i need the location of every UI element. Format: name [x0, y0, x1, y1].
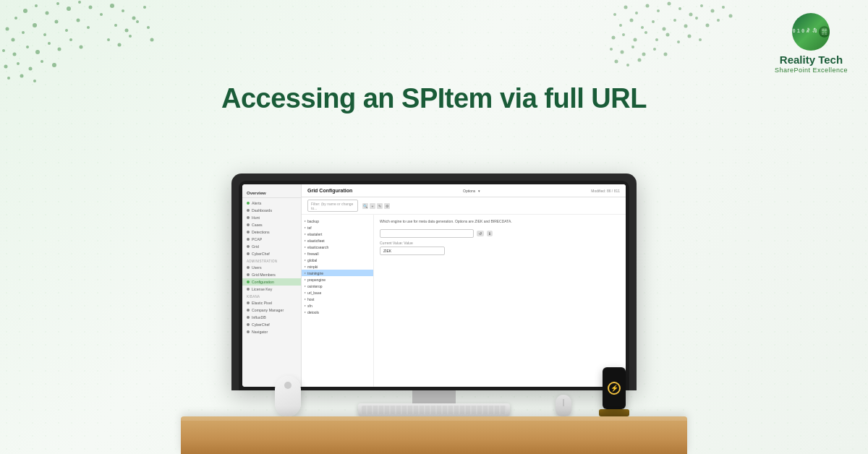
- keyboard: [358, 403, 510, 416]
- sidebar-dot: [247, 309, 250, 312]
- sidebar-dot: [247, 288, 250, 291]
- sidebar-dot: [247, 202, 250, 205]
- tree-item-host[interactable]: ▸ host: [302, 296, 373, 302]
- arrow-icon: ▸: [305, 219, 306, 223]
- mouse: [556, 395, 571, 416]
- monitor-bezel: Overview Alerts Dashboards Hunt: [239, 181, 629, 390]
- toolbar-search[interactable]: Filter: (by name or change to...: [307, 200, 358, 212]
- sidebar-dot: [247, 216, 250, 219]
- sidebar-item-configuration[interactable]: Configuration: [242, 278, 301, 286]
- settings-icon[interactable]: ⚙: [384, 203, 390, 209]
- sidebar-section-kibana: Kibana: [242, 293, 301, 299]
- tree-item-backup[interactable]: ▸ backup: [302, 218, 373, 224]
- tree-item-sfn[interactable]: ▸ sfn: [302, 302, 373, 309]
- arrow-icon: ▸: [305, 271, 306, 275]
- edit-icon[interactable]: ✎: [377, 203, 383, 209]
- sidebar-dot: [247, 238, 250, 241]
- monitor-screen: Overview Alerts Dashboards Hunt: [242, 184, 626, 387]
- sidebar-dot: [247, 266, 250, 269]
- phone-stand: [599, 367, 629, 416]
- detail-reset-button[interactable]: ↺: [477, 231, 484, 236]
- app-header: Grid Configuration Options ▾ Modified: 8…: [302, 184, 626, 197]
- sidebar-item-gridmembers[interactable]: Grid Members: [242, 271, 301, 278]
- tree-item-detools[interactable]: ▸ detools: [302, 309, 373, 315]
- sidebar-dot: [247, 301, 250, 304]
- detail-info-button[interactable]: ℹ: [487, 231, 493, 236]
- tree-item-elasticsearch[interactable]: ▸ elasticsearch: [302, 244, 373, 250]
- add-icon[interactable]: +: [370, 203, 375, 209]
- sidebar-item-elastic[interactable]: Elastic Pixel: [242, 299, 301, 307]
- page-title: Accessing an SPItem via full URL: [0, 83, 868, 114]
- detail-value-input[interactable]: [380, 229, 474, 238]
- detail-description: Which engine to use for meta data genera…: [380, 219, 620, 225]
- app-main: Grid Configuration Options ▾ Modified: 8…: [302, 184, 626, 387]
- app-header-meta: Modified: 86 / 811: [591, 189, 620, 193]
- sidebar-item-alerts[interactable]: Alerts: [242, 200, 301, 207]
- sidebar-item-users[interactable]: Users: [242, 264, 301, 271]
- sidebar-item-navigator[interactable]: Navigator: [242, 328, 301, 335]
- arrow-icon: ▸: [305, 304, 306, 307]
- sidebar-item-cyberchef2[interactable]: CyberChef: [242, 321, 301, 328]
- sidebar-item-cases[interactable]: Cases: [242, 221, 301, 228]
- tree-item-urlbase[interactable]: ▸ url_base: [302, 289, 373, 296]
- sidebar-item-licensekey[interactable]: License Key: [242, 286, 301, 293]
- phone: [603, 367, 626, 409]
- logo-icon: 010 101 101 010 010 101 101 010: [792, 13, 830, 51]
- sidebar-item-dashboards[interactable]: Dashboards: [242, 207, 301, 214]
- sidebar-item-hunt[interactable]: Hunt: [242, 214, 301, 221]
- sidebar-logo: Overview: [242, 189, 301, 198]
- sidebar-item-cyberchef[interactable]: CyberChef: [242, 250, 301, 257]
- sidebar-item-grid[interactable]: Grid: [242, 243, 301, 250]
- sidebar-dot: [247, 280, 250, 283]
- smart-speaker: [275, 376, 301, 416]
- arrow-icon: ▸: [305, 239, 306, 242]
- arrow-icon: ▸: [305, 245, 306, 249]
- arrow-icon: ▸: [305, 226, 306, 229]
- current-value-label: Current Value: Value: [380, 241, 620, 245]
- sidebar-dot: [247, 273, 250, 276]
- app-header-title: Grid Configuration: [307, 188, 352, 193]
- tree-item-elastalert[interactable]: ▸ elastalert: [302, 231, 373, 237]
- search-icon[interactable]: 🔍: [362, 203, 368, 209]
- logo-text: Reality Tech SharePoint Excellence: [775, 53, 848, 74]
- tree-item-minpki[interactable]: ▸ minpki: [302, 263, 373, 270]
- options-label: Options: [463, 189, 475, 193]
- sidebar-item-pcap[interactable]: PCAP: [242, 236, 301, 243]
- tree-item-prepengine[interactable]: ▸ prepengine: [302, 276, 373, 283]
- chevron-down-icon: ▾: [478, 189, 480, 193]
- arrow-icon: ▸: [305, 252, 306, 255]
- arrow-icon: ▸: [305, 232, 306, 236]
- tree-item-global[interactable]: ▸ global: [302, 257, 373, 263]
- sidebar-dot: [247, 223, 250, 226]
- charger-base: [599, 409, 629, 416]
- arrow-icon: ▸: [305, 310, 306, 314]
- tree-item-elasticfleet[interactable]: ▸ elasticfieet: [302, 237, 373, 244]
- desk-surface: [181, 416, 687, 454]
- current-value-input[interactable]: [380, 247, 445, 255]
- arrow-icon: ▸: [305, 291, 306, 294]
- monitor: Overview Alerts Dashboards Hunt: [231, 174, 637, 390]
- sidebar-item-influxdb[interactable]: InfluxDB: [242, 314, 301, 321]
- tree-item-firewall[interactable]: ▸ firewall: [302, 250, 373, 257]
- tree-item-osinterop[interactable]: ▸ osinterop: [302, 283, 373, 289]
- logo-container: 010 101 101 010 010 101 101 010 Reality …: [775, 13, 848, 74]
- app-tree: ▸ backup ▸ tef ▸ elastalert: [302, 215, 374, 387]
- app-detail-panel: Which engine to use for meta data genera…: [374, 215, 626, 387]
- sidebar-dot: [247, 323, 250, 326]
- sidebar-item-company[interactable]: Company Manager: [242, 307, 301, 314]
- tree-item-trainingire[interactable]: ▸ trainingire: [302, 270, 373, 276]
- tree-item-tef[interactable]: ▸ tef: [302, 224, 373, 231]
- sidebar-dot: [247, 231, 250, 234]
- toolbar-icons: 🔍 + ✎ ⚙: [362, 203, 390, 209]
- sidebar-dot: [247, 209, 250, 212]
- sidebar-dot: [247, 252, 250, 255]
- sidebar-item-detections[interactable]: Detections: [242, 228, 301, 236]
- arrow-icon: ▸: [305, 258, 306, 262]
- app-sidebar: Overview Alerts Dashboards Hunt: [242, 184, 302, 387]
- app-content: ▸ backup ▸ tef ▸ elastalert: [302, 215, 626, 387]
- arrow-icon: ▸: [305, 278, 306, 281]
- desktop-scene: Overview Alerts Dashboards Hunt: [181, 174, 687, 454]
- arrow-icon: ▸: [305, 284, 306, 288]
- app-header-options: Options ▾: [463, 189, 480, 193]
- sidebar-section-admin: Administration: [242, 257, 301, 264]
